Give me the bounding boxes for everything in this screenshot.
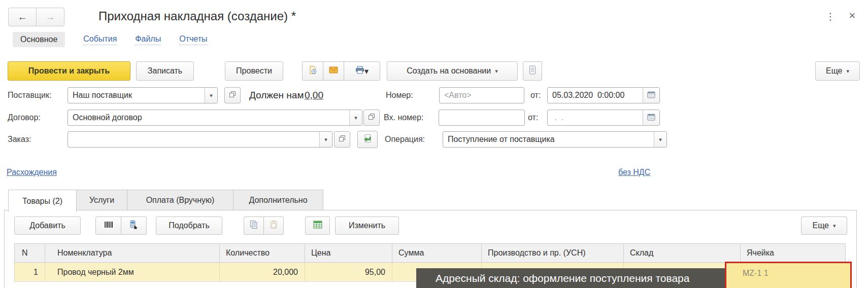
debt-amount-link[interactable]: 0,00 — [305, 90, 323, 101]
create-based-on-button[interactable]: Создать на основании ▾ — [387, 61, 518, 81]
printer-icon — [355, 66, 364, 76]
barcode-group — [95, 217, 147, 235]
envelope-icon — [329, 66, 338, 76]
tab-payment[interactable]: Оплата (Вручную) — [127, 190, 233, 211]
chevron-down-icon: ▾ — [324, 136, 327, 143]
receipt-invoice-window: ← → Приходная накладная (создание) * ⋮ ×… — [0, 0, 868, 288]
warehouse-cell-value[interactable]: MZ-1 1 — [743, 269, 769, 278]
number-field[interactable]: <Авто> — [439, 87, 524, 103]
number-placeholder: <Авто> — [440, 88, 524, 103]
supplier-open-button[interactable] — [224, 87, 241, 103]
table-more-button[interactable]: Еще ▾ — [801, 217, 847, 235]
discrepancies-link[interactable]: Расхождения — [7, 168, 57, 177]
forward-icon: → — [46, 12, 55, 23]
col-header-cell: Ячейка — [741, 244, 846, 262]
open-link-squares-icon — [229, 91, 236, 100]
edit-row-button[interactable]: Изменить — [335, 217, 399, 235]
send-email-button[interactable] — [323, 61, 344, 81]
pick-items-button[interactable]: Подобрать — [156, 217, 222, 235]
row-quantity-cell[interactable]: 20,000 — [220, 263, 305, 281]
create-based-on-label: Создать на основании — [407, 66, 491, 76]
fill-document-green-arrow-icon — [363, 134, 372, 145]
operation-field[interactable]: Поступление от поставщика ▾ — [443, 131, 667, 148]
col-header-nomenclature: Номенклатура — [45, 244, 220, 262]
chevron-down-icon: ▾ — [847, 68, 850, 75]
document-reports-group — [523, 61, 542, 81]
col-header-production: Производство и пр. (УСН) — [482, 244, 624, 262]
incoming-date-calendar-button[interactable] — [643, 110, 659, 125]
contract-field[interactable]: Основной договор ▾ — [68, 110, 362, 126]
tab-events[interactable]: События — [83, 34, 117, 45]
add-row-button[interactable]: Добавить — [14, 217, 81, 235]
barcode-scan-button[interactable] — [95, 217, 121, 235]
address-warehouse-tooltip: Адресный склад: оформление поступления т… — [416, 268, 725, 288]
document-lines-icon — [529, 65, 536, 77]
col-header-quantity: Количество — [220, 244, 305, 262]
calendar-icon — [647, 113, 655, 123]
date-value[interactable]: 05.03.2020 0:00:00 — [548, 88, 643, 103]
number-label: Номер: — [386, 91, 413, 100]
history-nav: ← → — [8, 8, 64, 26]
back-button[interactable]: ← — [8, 8, 37, 26]
row-n-cell[interactable]: 1 — [15, 263, 45, 281]
chevron-down-icon: ▾ — [659, 136, 662, 143]
operation-label: Операция: — [385, 135, 425, 144]
paste-icon — [270, 220, 278, 231]
tab-additional[interactable]: Дополнительно — [233, 190, 323, 211]
order-label: Заказ: — [8, 135, 31, 144]
show-in-list-button[interactable] — [305, 217, 330, 235]
copy-rows-button[interactable] — [244, 217, 264, 235]
date-field[interactable]: 05.03.2020 0:00:00 — [547, 87, 660, 103]
incoming-date-label: от: — [528, 113, 538, 122]
toolbar-more-button[interactable]: Еще ▾ — [815, 61, 860, 81]
supplier-dropdown-button[interactable]: ▾ — [205, 88, 217, 103]
supplier-value[interactable]: Наш поставщик — [68, 88, 205, 103]
incoming-number-value[interactable] — [439, 110, 524, 125]
kebab-icon: ⋮ — [826, 11, 836, 22]
toolbar-icon-group: ▾ — [302, 61, 380, 81]
post-button[interactable]: Провести — [225, 61, 283, 81]
close-icon: × — [849, 9, 856, 22]
tab-reports[interactable]: Отчеты — [179, 34, 207, 45]
supplier-field[interactable]: Наш поставщик ▾ — [68, 87, 218, 103]
contract-open-button[interactable] — [363, 110, 380, 126]
clipboard-group — [244, 217, 284, 235]
tab-main[interactable]: Основное — [13, 32, 65, 47]
post-and-close-button[interactable]: Провести и закрыть — [8, 61, 130, 81]
order-value[interactable] — [68, 132, 319, 147]
forward-button[interactable]: → — [36, 8, 64, 26]
back-icon: ← — [18, 12, 27, 23]
tab-goods[interactable]: Товары (2) — [8, 190, 77, 212]
col-header-n: N — [15, 244, 45, 262]
save-button[interactable]: Записать — [136, 61, 194, 81]
tab-files[interactable]: Файлы — [135, 34, 161, 45]
copy-icon — [250, 220, 258, 231]
order-dropdown-button[interactable]: ▾ — [319, 132, 332, 147]
incoming-number-label: Вх. номер: — [384, 113, 423, 122]
operation-dropdown-button[interactable]: ▾ — [654, 132, 666, 147]
row-nomenclature-cell[interactable]: Провод черный 2мм — [45, 263, 220, 281]
row-price-cell[interactable]: 95,00 — [305, 263, 392, 281]
print-button[interactable]: ▾ — [344, 61, 380, 81]
vat-link[interactable]: без НДС — [618, 168, 650, 177]
order-field[interactable]: ▾ — [68, 131, 332, 148]
barcode-icon — [104, 221, 113, 231]
paste-rows-button[interactable] — [263, 217, 284, 235]
items-tabs: Товары (2) Услуги Оплата (Вручную) Допол… — [8, 190, 323, 212]
cell-highlight-annotation: MZ-1 1 — [725, 262, 852, 288]
contract-value[interactable]: Основной договор — [68, 110, 349, 125]
fill-from-order-button[interactable] — [357, 131, 378, 148]
incoming-date-field[interactable]: . . — [547, 110, 660, 126]
window-menu-button[interactable]: ⋮ — [824, 10, 837, 22]
document-report-button[interactable] — [523, 61, 542, 81]
incoming-number-field[interactable] — [439, 110, 525, 126]
date-calendar-button[interactable] — [643, 88, 659, 103]
order-open-button[interactable] — [334, 131, 350, 148]
contract-dropdown-button[interactable]: ▾ — [349, 110, 362, 125]
calendar-icon — [647, 91, 655, 100]
post-document-button[interactable] — [302, 61, 323, 81]
tab-services[interactable]: Услуги — [77, 190, 127, 211]
operation-value[interactable]: Поступление от поставщика — [443, 132, 654, 147]
close-button[interactable]: × — [846, 9, 859, 22]
data-terminal-button[interactable] — [121, 217, 147, 235]
